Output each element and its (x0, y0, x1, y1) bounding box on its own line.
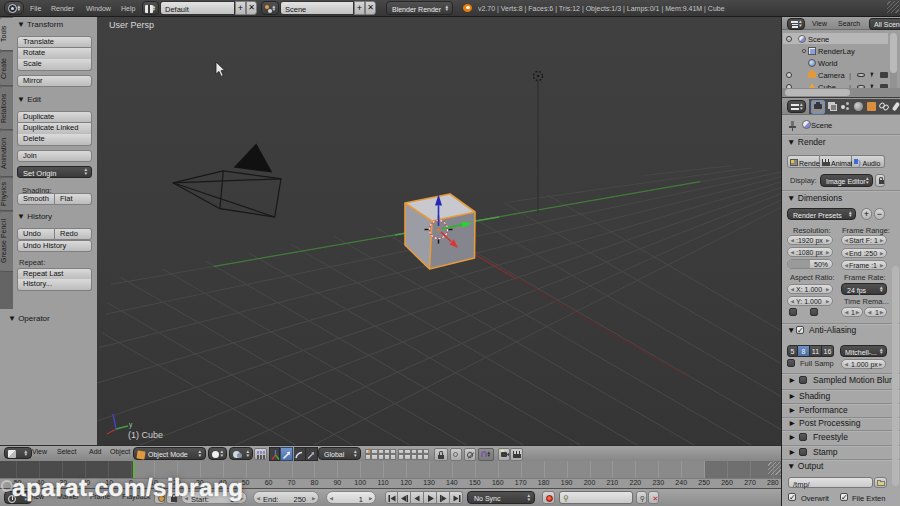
svg-text:(1) Cube: (1) Cube (128, 430, 163, 440)
svg-text:User Persp: User Persp (109, 20, 154, 30)
